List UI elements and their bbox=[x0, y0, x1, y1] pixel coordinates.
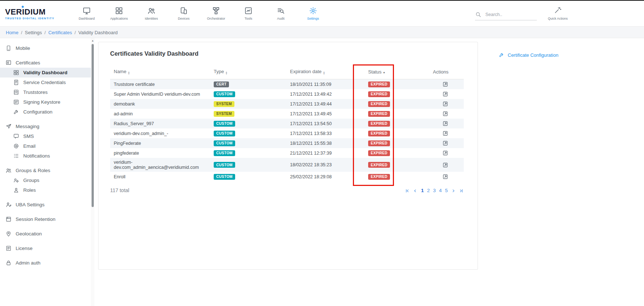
expiration-date: 18/12/2021 15:55:38 bbox=[286, 138, 365, 148]
prev-page-icon[interactable] bbox=[413, 188, 418, 193]
sidebar-item-label: Geolocation bbox=[16, 231, 42, 237]
sidebar-item-geolocation[interactable]: Geolocation bbox=[0, 229, 91, 239]
sidebar-item-mobile[interactable]: Mobile bbox=[0, 43, 91, 53]
status-badge: EXPIRED bbox=[368, 131, 390, 136]
sidebar-item-email[interactable]: Email bbox=[0, 141, 91, 151]
email-icon bbox=[13, 143, 19, 149]
open-details-icon[interactable] bbox=[442, 150, 448, 156]
open-details-icon[interactable] bbox=[442, 162, 448, 168]
open-details-icon[interactable] bbox=[442, 130, 448, 136]
nav-item-dashboard[interactable]: Dashboard bbox=[71, 7, 103, 20]
column-header-status[interactable]: Status▴ bbox=[365, 67, 404, 79]
sidebar-item-license[interactable]: License bbox=[0, 243, 91, 253]
sidebar-item-truststores[interactable]: Truststores bbox=[0, 87, 91, 97]
open-details-icon[interactable] bbox=[442, 91, 448, 97]
column-header-name[interactable]: Name▴▾ bbox=[110, 67, 210, 79]
last-page-icon[interactable] bbox=[459, 188, 464, 193]
page-button-3[interactable]: 3 bbox=[433, 188, 436, 193]
breadcrumb-item-certificates[interactable]: Certificates bbox=[48, 30, 72, 35]
nav-item-identities[interactable]: Identities bbox=[135, 7, 168, 20]
sidebar-item-groups-roles[interactable]: Groups & Roles bbox=[0, 166, 91, 175]
sidebar-item-service-credentials[interactable]: Service Credentials bbox=[0, 78, 91, 87]
nav-item-devices[interactable]: Devices bbox=[168, 7, 200, 20]
open-details-icon[interactable] bbox=[442, 101, 448, 107]
nav-item-settings[interactable]: Settings bbox=[297, 7, 329, 20]
breadcrumb-item-home[interactable]: Home bbox=[6, 30, 19, 35]
sidebar-item-label: Service Credentials bbox=[23, 80, 66, 85]
sidebar-item-session-retention[interactable]: Session Retention bbox=[0, 214, 91, 224]
roles-icon bbox=[13, 187, 19, 193]
sidebar-item-uba-settings[interactable]: UBA Settings bbox=[0, 200, 91, 210]
search-input[interactable] bbox=[485, 12, 531, 17]
open-details-icon[interactable] bbox=[442, 174, 448, 180]
sort-asc-icon: ▴ bbox=[383, 71, 385, 74]
page-title: Certificates Validity Dashboard bbox=[110, 50, 467, 57]
open-details-icon[interactable] bbox=[442, 140, 448, 146]
wand-icon bbox=[554, 7, 562, 14]
sidebar-item-label: Admin auth bbox=[16, 260, 40, 266]
scrollbar-up-arrow[interactable]: ▲ bbox=[91, 38, 94, 42]
main-card: Certificates Validity Dashboard Name▴▾Ty… bbox=[98, 42, 478, 270]
sidebar-item-label: Signing Keystore bbox=[23, 99, 60, 105]
open-details-icon[interactable] bbox=[442, 111, 448, 117]
sidebar-scrollbar[interactable]: ▲ bbox=[91, 38, 94, 306]
sidebar-item-label: Mobile bbox=[16, 45, 30, 51]
nav-item-applications[interactable]: Applications bbox=[103, 7, 135, 20]
sidebar-item-label: Messaging bbox=[16, 124, 39, 129]
sidebar-item-admin-auth[interactable]: Admin auth bbox=[0, 258, 91, 268]
type-cell: CUSTOM bbox=[210, 89, 286, 99]
nav-item-audit[interactable]: Audit bbox=[265, 7, 297, 20]
expiration-date: 17/12/2021 13:49:42 bbox=[286, 89, 365, 99]
status-cell: EXPIRED bbox=[365, 99, 404, 109]
nav-item-label: Tools bbox=[232, 17, 265, 20]
page-button-2[interactable]: 2 bbox=[427, 188, 430, 193]
page-button-5[interactable]: 5 bbox=[445, 188, 448, 193]
page-button-4[interactable]: 4 bbox=[439, 188, 442, 193]
type-badge: CUSTOM bbox=[214, 140, 235, 146]
gear-icon bbox=[309, 7, 317, 15]
sort-icon: ▴▾ bbox=[128, 71, 130, 75]
expiration-date: 18/10/2021 11:35:09 bbox=[286, 79, 365, 90]
sidebar-item-sms[interactable]: SMS bbox=[0, 131, 91, 141]
status-badge: EXPIRED bbox=[368, 162, 390, 168]
certificates-table-wrap: Name▴▾Type▴▾Expiration date▴▾Status▴Acti… bbox=[110, 67, 467, 182]
open-details-icon[interactable] bbox=[442, 120, 448, 127]
table-row: veridium-dev.com_admin_- CUSTOM 17/12/20… bbox=[110, 128, 464, 138]
monitor-icon bbox=[82, 7, 91, 15]
table-row: pingfederate CUSTOM 21/12/2021 12:37:39 … bbox=[110, 148, 464, 158]
open-details-icon[interactable] bbox=[442, 81, 448, 87]
type-cell: CUSTOM bbox=[210, 158, 286, 172]
status-cell: EXPIRED bbox=[365, 172, 404, 182]
next-page-icon[interactable] bbox=[451, 188, 456, 193]
sidebar-item-validity-dashboard[interactable]: Validity Dashboard bbox=[0, 68, 91, 78]
column-header-expiration-date[interactable]: Expiration date▴▾ bbox=[286, 67, 365, 79]
sidebar-item-configuration[interactable]: Configuration bbox=[0, 107, 91, 117]
certificate-configuration-link[interactable]: Certificate Configuration bbox=[499, 52, 558, 58]
sidebar-item-label: Email bbox=[23, 143, 36, 149]
page-button-1[interactable]: 1 bbox=[421, 188, 424, 193]
sidebar-item-messaging[interactable]: Messaging bbox=[0, 122, 91, 131]
breadcrumb-item-settings: Settings bbox=[25, 30, 42, 35]
first-page-icon[interactable] bbox=[405, 188, 410, 193]
column-header-type[interactable]: Type▴▾ bbox=[210, 67, 286, 79]
topbar: VERIDIUM ◆ TRUSTED DIGITAL IDENTITY Dash… bbox=[0, 0, 644, 27]
sidebar-item-roles[interactable]: Roles bbox=[0, 185, 91, 195]
file-icon bbox=[13, 79, 19, 86]
sidebar-item-groups[interactable]: Groups bbox=[0, 175, 91, 185]
sidebar-item-label: Roles bbox=[23, 187, 36, 193]
sidebar-item-notifications[interactable]: Notifications bbox=[0, 151, 91, 161]
quick-actions-label: Quick Actions bbox=[548, 17, 568, 20]
nav-item-tools[interactable]: Tools bbox=[232, 7, 265, 20]
nav-item-orchestrator[interactable]: Orchestrator bbox=[200, 7, 232, 20]
type-cell: CUSTOM bbox=[210, 138, 286, 148]
expiration-date: 17/12/2021 13:54:50 bbox=[286, 119, 365, 128]
scrollbar-thumb[interactable] bbox=[92, 44, 94, 207]
sidebar-item-signing-keystore[interactable]: Signing Keystore bbox=[0, 97, 91, 107]
topbar-right: Quick Actions bbox=[475, 7, 568, 20]
sms-icon bbox=[13, 133, 19, 139]
sidebar-item-certificates[interactable]: Certificates bbox=[0, 58, 91, 68]
type-badge: SYSTEM bbox=[214, 101, 234, 107]
table-footer: 117 total 12345 bbox=[110, 187, 464, 193]
status-cell: EXPIRED bbox=[365, 89, 404, 99]
quick-actions-button[interactable]: Quick Actions bbox=[548, 7, 568, 20]
